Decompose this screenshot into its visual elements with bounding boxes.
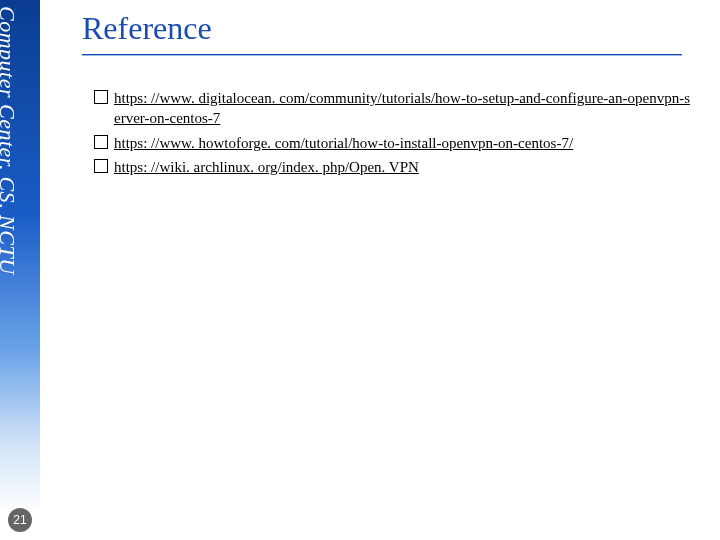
reference-list: https: //www. digitalocean. com/communit… bbox=[94, 88, 694, 181]
list-item: https: //www. howtoforge. com/tutorial/h… bbox=[94, 133, 694, 153]
square-bullet-icon bbox=[94, 159, 108, 173]
page-title: Reference bbox=[82, 10, 212, 47]
slide: Computer Center, CS, NCTU 21 Reference h… bbox=[0, 0, 720, 540]
square-bullet-icon bbox=[94, 135, 108, 149]
square-bullet-icon bbox=[94, 90, 108, 104]
list-item: https: //www. digitalocean. com/communit… bbox=[94, 88, 694, 129]
list-item: https: //wiki. archlinux. org/index. php… bbox=[94, 157, 694, 177]
page-number-badge: 21 bbox=[8, 508, 32, 532]
reference-link[interactable]: https: //wiki. archlinux. org/index. php… bbox=[114, 159, 419, 175]
title-underline bbox=[82, 54, 682, 55]
sidebar-label: Computer Center, CS, NCTU bbox=[0, 6, 20, 275]
reference-link[interactable]: https: //www. digitalocean. com/communit… bbox=[114, 90, 690, 126]
reference-link[interactable]: https: //www. howtoforge. com/tutorial/h… bbox=[114, 135, 573, 151]
